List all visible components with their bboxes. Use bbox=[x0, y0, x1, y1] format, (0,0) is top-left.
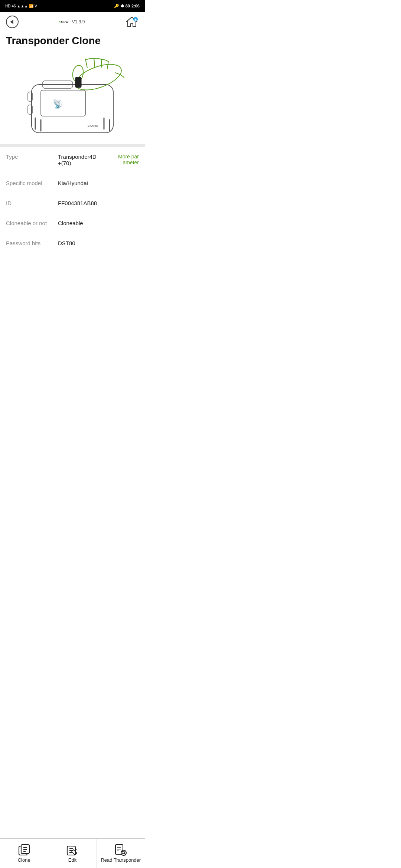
svg-text:Xhorse: Xhorse bbox=[87, 124, 98, 128]
svg-rect-4 bbox=[32, 85, 113, 133]
status-bluetooth-icon: ✱ bbox=[121, 4, 124, 9]
page-title: Transponder Clone bbox=[0, 32, 145, 51]
home-icon: B bbox=[126, 16, 138, 27]
specific-model-value: Kia/Hyundai bbox=[58, 180, 139, 186]
device-illustration-svg: 📡 Xhorse bbox=[20, 55, 124, 137]
status-left: HD 46 ▲▲▲ 📶 V bbox=[5, 4, 37, 8]
password-bits-label: Password bits bbox=[6, 240, 54, 246]
svg-text:B: B bbox=[134, 18, 137, 22]
status-wifi-icon: 📶 bbox=[29, 4, 33, 8]
xhorse-logo-svg: Xhorse bbox=[59, 16, 70, 27]
cloneable-label: Cloneable or not bbox=[6, 220, 54, 226]
info-table: Type Transponder4D+(70) More parameter S… bbox=[0, 147, 145, 253]
version-label: V1.9.9 bbox=[72, 19, 85, 24]
header: Xhorse V1.9.9 B bbox=[0, 12, 145, 32]
status-time: 2:06 bbox=[131, 4, 140, 8]
status-battery: 80 bbox=[125, 4, 130, 8]
id-value: FF004381AB88 bbox=[58, 200, 139, 206]
status-hd: HD bbox=[5, 4, 10, 8]
info-row-cloneable: Cloneable or not Cloneable bbox=[6, 213, 139, 233]
info-row-id: ID FF004381AB88 bbox=[6, 193, 139, 213]
section-divider bbox=[0, 144, 145, 147]
status-key-icon: 🔑 bbox=[114, 4, 119, 9]
id-label: ID bbox=[6, 200, 54, 206]
status-right: 🔑 ✱ 80 2:06 bbox=[114, 4, 140, 9]
more-parameter-button[interactable]: More parameter bbox=[113, 154, 139, 165]
status-bar: HD 46 ▲▲▲ 📶 V 🔑 ✱ 80 2:06 bbox=[0, 0, 145, 12]
svg-rect-21 bbox=[75, 77, 81, 88]
home-button[interactable]: B bbox=[125, 16, 139, 28]
svg-text:📡: 📡 bbox=[53, 99, 63, 109]
status-signal: 46 bbox=[12, 4, 16, 8]
type-value: Transponder4D+(70) bbox=[58, 154, 109, 166]
back-button[interactable] bbox=[6, 16, 19, 28]
type-label: Type bbox=[6, 154, 54, 160]
info-row-password-bits: Password bits DST80 bbox=[6, 233, 139, 253]
password-bits-value: DST80 bbox=[58, 240, 139, 246]
back-arrow-icon bbox=[10, 20, 13, 24]
svg-line-20 bbox=[107, 61, 108, 69]
svg-rect-8 bbox=[41, 90, 85, 116]
logo-area: Xhorse V1.9.9 bbox=[59, 16, 85, 27]
status-wifi: ▲▲▲ bbox=[17, 4, 28, 8]
svg-line-18 bbox=[94, 58, 95, 67]
status-network-icon: V bbox=[35, 4, 37, 8]
specific-model-label: Specific model bbox=[6, 180, 54, 186]
svg-text:Xhorse: Xhorse bbox=[59, 20, 69, 24]
info-row-type: Type Transponder4D+(70) More parameter bbox=[6, 147, 139, 173]
cloneable-value: Cloneable bbox=[58, 220, 139, 226]
info-row-specific-model: Specific model Kia/Hyundai bbox=[6, 173, 139, 193]
illustration-area: 📡 Xhorse bbox=[0, 51, 145, 144]
